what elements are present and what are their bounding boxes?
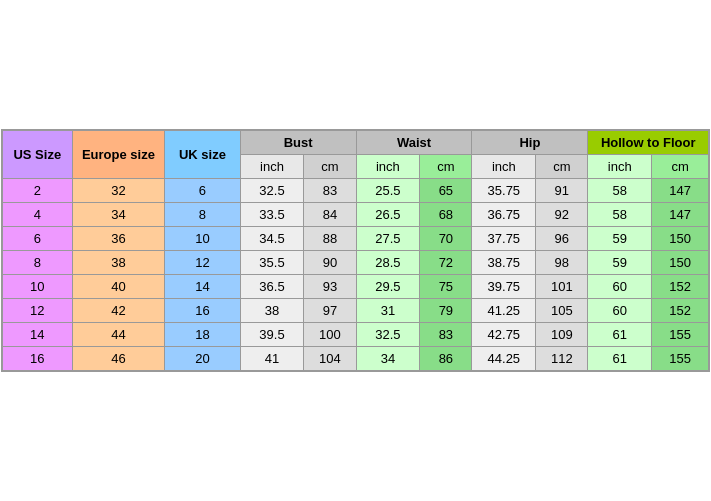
- table-cell: 150: [652, 251, 709, 275]
- table-cell: 58: [588, 203, 652, 227]
- table-cell: 155: [652, 347, 709, 371]
- table-row: 1242163897317941.2510560152: [3, 299, 709, 323]
- table-cell: 42: [72, 299, 165, 323]
- table-cell: 31: [356, 299, 420, 323]
- table-cell: 4: [3, 203, 73, 227]
- size-chart: US Size Europe size UK size Bust Waist H…: [1, 129, 710, 372]
- table-cell: 155: [652, 323, 709, 347]
- table-cell: 34: [72, 203, 165, 227]
- table-cell: 28.5: [356, 251, 420, 275]
- table-cell: 72: [420, 251, 472, 275]
- table-cell: 8: [3, 251, 73, 275]
- table-cell: 84: [304, 203, 356, 227]
- table-cell: 109: [536, 323, 588, 347]
- table-cell: 39.5: [240, 323, 304, 347]
- table-cell: 92: [536, 203, 588, 227]
- table-cell: 2: [3, 179, 73, 203]
- table-cell: 112: [536, 347, 588, 371]
- subhdr-bust-inch: inch: [240, 155, 304, 179]
- subhdr-waist-cm: cm: [420, 155, 472, 179]
- table-cell: 105: [536, 299, 588, 323]
- table-cell: 32.5: [356, 323, 420, 347]
- table-cell: 12: [165, 251, 240, 275]
- table-cell: 34.5: [240, 227, 304, 251]
- table-cell: 12: [3, 299, 73, 323]
- table-cell: 83: [304, 179, 356, 203]
- table-cell: 38.75: [472, 251, 536, 275]
- table-cell: 100: [304, 323, 356, 347]
- table-cell: 93: [304, 275, 356, 299]
- table-cell: 6: [3, 227, 73, 251]
- table-cell: 104: [304, 347, 356, 371]
- table-cell: 79: [420, 299, 472, 323]
- subhdr-hip-inch: inch: [472, 155, 536, 179]
- table-cell: 25.5: [356, 179, 420, 203]
- table-cell: 27.5: [356, 227, 420, 251]
- table-cell: 83: [420, 323, 472, 347]
- header-hip: Hip: [472, 131, 588, 155]
- table-cell: 98: [536, 251, 588, 275]
- table-cell: 6: [165, 179, 240, 203]
- table-cell: 36.75: [472, 203, 536, 227]
- table-cell: 97: [304, 299, 356, 323]
- table-row: 10401436.59329.57539.7510160152: [3, 275, 709, 299]
- table-cell: 10: [165, 227, 240, 251]
- header-row: US Size Europe size UK size Bust Waist H…: [3, 131, 709, 155]
- table-row: 8381235.59028.57238.759859150: [3, 251, 709, 275]
- table-cell: 147: [652, 179, 709, 203]
- header-waist: Waist: [356, 131, 472, 155]
- table-cell: 86: [420, 347, 472, 371]
- table-cell: 44.25: [472, 347, 536, 371]
- table-cell: 35.5: [240, 251, 304, 275]
- table-cell: 38: [72, 251, 165, 275]
- table-row: 14441839.510032.58342.7510961155: [3, 323, 709, 347]
- table-cell: 16: [165, 299, 240, 323]
- subhdr-hip-cm: cm: [536, 155, 588, 179]
- table-row: 232632.58325.56535.759158147: [3, 179, 709, 203]
- table-cell: 41.25: [472, 299, 536, 323]
- table-cell: 46: [72, 347, 165, 371]
- table-cell: 91: [536, 179, 588, 203]
- table-row: 16462041104348644.2511261155: [3, 347, 709, 371]
- table-cell: 26.5: [356, 203, 420, 227]
- table-cell: 147: [652, 203, 709, 227]
- table-cell: 14: [165, 275, 240, 299]
- table-cell: 96: [536, 227, 588, 251]
- table-cell: 20: [165, 347, 240, 371]
- header-us: US Size: [3, 131, 73, 179]
- header-eu: Europe size: [72, 131, 165, 179]
- table-cell: 38: [240, 299, 304, 323]
- table-cell: 18: [165, 323, 240, 347]
- table-cell: 59: [588, 227, 652, 251]
- table-cell: 10: [3, 275, 73, 299]
- table-cell: 33.5: [240, 203, 304, 227]
- table-cell: 37.75: [472, 227, 536, 251]
- table-row: 6361034.58827.57037.759659150: [3, 227, 709, 251]
- table-cell: 14: [3, 323, 73, 347]
- table-cell: 152: [652, 275, 709, 299]
- header-bust: Bust: [240, 131, 356, 155]
- table-cell: 36: [72, 227, 165, 251]
- table-cell: 152: [652, 299, 709, 323]
- table-cell: 16: [3, 347, 73, 371]
- table-cell: 101: [536, 275, 588, 299]
- table-cell: 32.5: [240, 179, 304, 203]
- table-cell: 34: [356, 347, 420, 371]
- table-cell: 32: [72, 179, 165, 203]
- table-cell: 60: [588, 299, 652, 323]
- subhdr-bust-cm: cm: [304, 155, 356, 179]
- table-cell: 39.75: [472, 275, 536, 299]
- table-cell: 90: [304, 251, 356, 275]
- table-cell: 36.5: [240, 275, 304, 299]
- table-cell: 8: [165, 203, 240, 227]
- table-cell: 35.75: [472, 179, 536, 203]
- table-cell: 150: [652, 227, 709, 251]
- table-cell: 61: [588, 347, 652, 371]
- table-cell: 41: [240, 347, 304, 371]
- table-cell: 68: [420, 203, 472, 227]
- table-cell: 59: [588, 251, 652, 275]
- table-cell: 60: [588, 275, 652, 299]
- table-cell: 42.75: [472, 323, 536, 347]
- subhdr-waist-inch: inch: [356, 155, 420, 179]
- table-cell: 75: [420, 275, 472, 299]
